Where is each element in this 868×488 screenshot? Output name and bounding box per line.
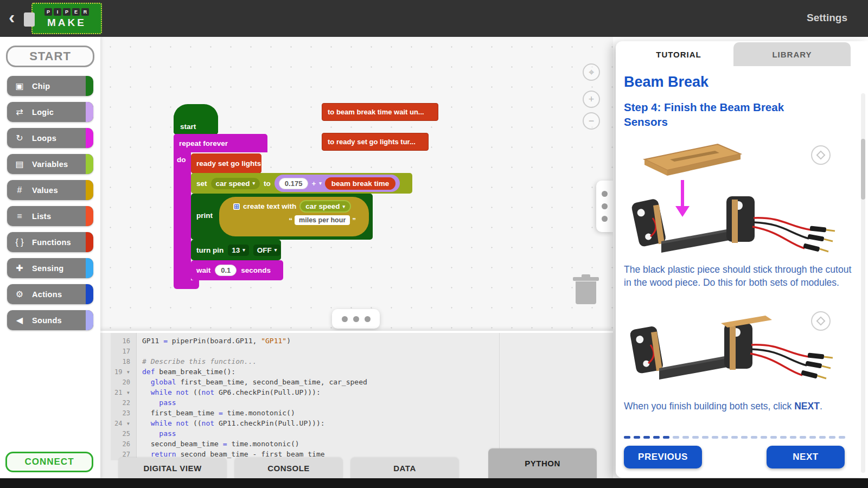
- progress-dash: [761, 436, 767, 439]
- block-function-ready-set-go-collapsed[interactable]: to ready set go lights tur...: [322, 133, 429, 151]
- block-ready-set-go-lights[interactable]: ready set go lights: [191, 153, 261, 173]
- progress-dash: [653, 436, 660, 439]
- block-set-variable[interactable]: set car speed ▾ to 0.175 + ▾ beam break …: [191, 173, 412, 194]
- category-label: Values: [32, 186, 58, 195]
- hash-icon: #: [7, 185, 32, 195]
- progress-dash: [829, 436, 835, 439]
- category-label: Actions: [32, 290, 62, 299]
- chevron-down-icon[interactable]: ▾: [319, 181, 322, 186]
- chevron-down-icon: ▾: [242, 247, 245, 253]
- block-print[interactable]: print ⊞ create text with car speed ▾ “ m…: [191, 194, 373, 240]
- pin-number-dropdown[interactable]: 13 ▾: [228, 245, 249, 256]
- progress-dash: [800, 436, 806, 439]
- tutorial-image-exploded-sensor: [620, 137, 837, 260]
- number-input[interactable]: 0.175: [279, 178, 309, 189]
- tab-library[interactable]: LIBRARY: [733, 42, 851, 66]
- progress-dash: [624, 436, 630, 439]
- car-speed-dropdown[interactable]: car speed ▾: [211, 178, 260, 189]
- image-expand-icon[interactable]: [811, 145, 831, 165]
- variables-icon: ▤: [7, 159, 32, 169]
- connect-button[interactable]: CONNECT: [5, 452, 93, 472]
- number-input[interactable]: 0.1: [215, 265, 237, 276]
- block-wait[interactable]: wait 0.1 seconds: [191, 260, 283, 280]
- sidebar-item-values[interactable]: #Values: [7, 180, 93, 200]
- sidebar-item-loops[interactable]: ↻Loops: [7, 128, 93, 148]
- car-speed-dropdown[interactable]: car speed ▾: [299, 200, 351, 213]
- line-number: 18: [100, 358, 137, 365]
- line-number: 21 ▾: [100, 389, 137, 396]
- block-function-beam-break-time-collapsed[interactable]: to beam break time wait un...: [322, 103, 438, 121]
- progress-dash: [702, 436, 709, 439]
- block-turn-pin[interactable]: turn pin 13 ▾ OFF ▾: [191, 240, 281, 260]
- tab-python[interactable]: PYTHON: [488, 448, 597, 478]
- category-color-edge: [86, 154, 93, 174]
- panel-resize-handle-horizontal[interactable]: [332, 309, 380, 329]
- recenter-button[interactable]: ⌖: [583, 63, 600, 81]
- back-icon[interactable]: ‹: [9, 7, 15, 28]
- block-repeat-forever[interactable]: repeat forever: [174, 134, 267, 152]
- image-expand-icon[interactable]: [811, 311, 831, 331]
- gear-icon: ⚙: [7, 289, 32, 299]
- tutorial-scrollbar-thumb[interactable]: [861, 139, 865, 200]
- create-text-icon[interactable]: ⊞: [233, 203, 240, 210]
- block-arithmetic[interactable]: 0.175 + ▾ beam break time: [275, 175, 400, 192]
- pin-state-dropdown[interactable]: OFF ▾: [253, 245, 281, 256]
- sidebar-item-variables[interactable]: ▤Variables: [7, 154, 93, 174]
- sidebar-item-sensing[interactable]: ✚Sensing: [7, 258, 93, 278]
- block-create-text-with[interactable]: ⊞ create text with car speed ▾ “ miles p…: [219, 197, 369, 236]
- bottom-edge-bar: [0, 478, 868, 488]
- category-color-edge: [86, 258, 93, 278]
- block-repeat-do-label: do: [177, 156, 186, 164]
- crosshair-icon: ⌖: [589, 67, 594, 78]
- settings-button[interactable]: Settings: [807, 12, 847, 24]
- sidebar-item-lists[interactable]: ≡Lists: [7, 206, 93, 226]
- sidebar-item-sounds[interactable]: ◀Sounds: [7, 310, 93, 330]
- block-repeat-forever-spine[interactable]: [174, 152, 191, 280]
- sidebar-item-chip[interactable]: ▣Chip: [7, 76, 93, 96]
- category-label: Sounds: [32, 316, 62, 325]
- quote-open: “: [289, 216, 292, 224]
- piper-make-logo[interactable]: P I P E R MAKE: [31, 3, 102, 34]
- sidebar-item-actions[interactable]: ⚙Actions: [7, 284, 93, 304]
- chevron-down-icon: ▾: [253, 181, 256, 186]
- code-line-25: 25 pass: [100, 428, 613, 439]
- next-button[interactable]: NEXT: [767, 446, 845, 468]
- category-label: Sensing: [32, 264, 64, 273]
- tab-digital-view[interactable]: DIGITAL VIEW: [118, 458, 227, 478]
- code-line-17: 17: [100, 346, 613, 356]
- speaker-icon: ◀: [7, 315, 32, 325]
- progress-dash: [839, 436, 845, 439]
- tutorial-paragraph-1: The black plastic piece should stick thr…: [624, 264, 852, 289]
- previous-button[interactable]: PREVIOUS: [624, 446, 702, 468]
- category-label: Variables: [32, 160, 68, 169]
- block-start[interactable]: start: [174, 104, 218, 134]
- category-label: Lists: [32, 212, 51, 221]
- category-label: Logic: [32, 108, 54, 117]
- line-number: 25: [100, 430, 137, 438]
- code-line-16: 16GP11 = piperPin(board.GP11, "GP11"): [100, 336, 613, 346]
- zoom-in-button[interactable]: +: [583, 91, 600, 108]
- zoom-out-button[interactable]: −: [583, 112, 600, 130]
- block-repeat-forever-foot[interactable]: [174, 280, 199, 289]
- panel-resize-handle-vertical[interactable]: [596, 181, 613, 232]
- trash-icon[interactable]: [573, 274, 599, 305]
- category-color-edge: [86, 206, 93, 226]
- progress-dash: [731, 436, 738, 439]
- tab-console[interactable]: CONSOLE: [234, 458, 343, 478]
- start-button[interactable]: START: [6, 46, 94, 67]
- category-color-edge: [86, 310, 93, 330]
- quote-close: ”: [352, 216, 356, 224]
- tutorial-image-assembled-sensor: [620, 307, 837, 396]
- sidebar-item-logic[interactable]: ⇄Logic: [7, 102, 93, 122]
- tutorial-panel: TUTORIAL LIBRARY Beam Break Step 4: Fini…: [616, 41, 868, 478]
- progress-dash: [780, 436, 787, 439]
- tab-data[interactable]: DATA: [350, 458, 459, 478]
- blockly-workspace[interactable]: start repeat forever do ready set go lig…: [100, 37, 613, 331]
- block-beam-break-time-call[interactable]: beam break time: [325, 177, 396, 190]
- progress-divider: [624, 436, 854, 439]
- tutorial-step-heading: Step 4: Finish the Beam Break Sensors: [624, 100, 819, 129]
- category-label: Loops: [32, 134, 56, 143]
- text-input[interactable]: miles per hour: [295, 215, 350, 225]
- tab-tutorial[interactable]: TUTORIAL: [624, 42, 733, 66]
- sidebar-item-functions[interactable]: { }Functions: [7, 232, 93, 252]
